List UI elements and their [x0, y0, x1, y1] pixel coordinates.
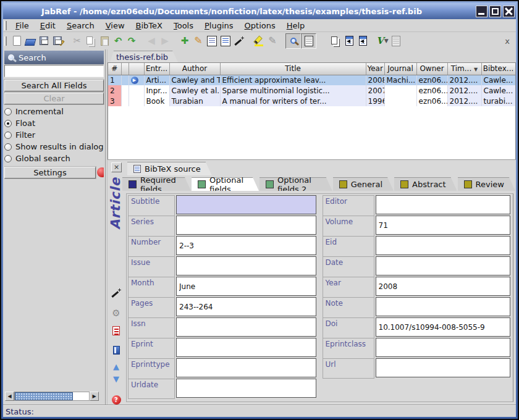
toggle-search-button[interactable] — [285, 33, 301, 49]
col-timestamp[interactable]: Tim... ▼ — [447, 63, 481, 75]
toggle-preview-button[interactable] — [301, 33, 316, 49]
search-panel-header[interactable]: Search — [4, 51, 104, 64]
menu-plugins[interactable]: Plugins — [199, 20, 239, 31]
copy-key-button[interactable] — [329, 33, 342, 48]
new-entry-button[interactable]: ✚ — [178, 33, 192, 48]
minimize-button[interactable] — [476, 6, 487, 17]
tab-optional-fields-2[interactable]: Optional fields 2 — [260, 177, 332, 191]
edit-preamble-button[interactable] — [205, 33, 219, 48]
radio-filter[interactable]: Filter — [4, 129, 104, 141]
open-database-button[interactable] — [23, 33, 37, 48]
scroll-track[interactable] — [14, 392, 90, 401]
close-button[interactable] — [503, 6, 515, 17]
col-author[interactable]: Author — [169, 63, 220, 75]
field-input-issue[interactable] — [176, 256, 316, 275]
col-journal[interactable]: Journal — [384, 63, 416, 75]
copy-button[interactable] — [84, 33, 98, 48]
undo-button[interactable]: ↶ — [111, 33, 125, 48]
scroll-left-button[interactable]: ◀ — [5, 392, 14, 401]
field-input-issn[interactable] — [176, 317, 316, 337]
search-input[interactable] — [4, 65, 104, 77]
menu-drag-grip[interactable] — [4, 21, 7, 30]
maximize-button[interactable] — [489, 6, 501, 17]
title-bar[interactable]: JabRef - /home/ezn06edu/Documents/nonfic… — [3, 3, 516, 19]
col-3[interactable] — [129, 63, 144, 75]
field-input-subtitle[interactable] — [176, 195, 316, 214]
tab-bibtex-source[interactable]: BibTeX source — [127, 162, 212, 175]
field-input-year[interactable] — [376, 277, 511, 296]
menu-help[interactable]: Help — [281, 20, 311, 31]
redo-button[interactable]: ↷ — [125, 33, 138, 48]
radio-float[interactable]: Float — [4, 117, 104, 129]
col-2[interactable] — [121, 63, 129, 75]
table-row[interactable]: 2 Inpr... Cawley et al. Sparse multinomi… — [108, 85, 515, 96]
menu-options[interactable]: Options — [239, 20, 281, 31]
tab-required-fields[interactable]: Required fields — [122, 177, 191, 191]
forward-button[interactable]: ▶ — [158, 33, 172, 48]
open-file-link-button[interactable] — [110, 344, 122, 356]
back-button[interactable]: ◀ — [145, 33, 158, 48]
menu-view[interactable]: View — [100, 20, 130, 31]
menu-bibtex[interactable]: BibTeX — [130, 20, 168, 31]
new-from-plaintext-button[interactable] — [342, 33, 356, 48]
menu-file[interactable]: File — [10, 20, 35, 31]
autoset-links-button[interactable]: ⚙ — [110, 307, 122, 319]
mark-entries-button[interactable] — [252, 33, 266, 48]
new-database-button[interactable] — [10, 33, 23, 48]
col-owner[interactable]: Owner — [416, 63, 447, 75]
tab-general[interactable]: General — [333, 177, 394, 191]
col-num[interactable]: # — [108, 63, 121, 75]
scroll-right-button[interactable]: ▶ — [90, 392, 99, 401]
edit-strings-button[interactable] — [219, 33, 232, 48]
dropdown-arrow-icon[interactable]: ▼ — [384, 38, 389, 44]
field-input-month[interactable] — [176, 277, 316, 296]
field-input-urldate[interactable] — [176, 379, 316, 398]
col-entrytype[interactable]: Entr... — [144, 63, 169, 75]
field-input-eprintclass[interactable] — [376, 338, 511, 357]
save-as-button[interactable] — [51, 33, 64, 48]
tab-optional-fields[interactable]: Optional fields — [192, 177, 259, 191]
write-pdf-button[interactable] — [110, 324, 122, 337]
radio-show-results-in-dialog[interactable]: Show results in dialog — [4, 141, 104, 153]
radio-incremental[interactable]: Incremental — [4, 106, 104, 117]
help-ball-icon[interactable] — [97, 167, 104, 177]
table-row[interactable]: 1 ▶ Arti... Cawley and Talbot Efficient … — [108, 75, 515, 85]
menu-edit[interactable]: Edit — [35, 20, 61, 31]
edit-entry-button[interactable]: ✎ — [192, 33, 205, 48]
editor-help-button[interactable]: ? — [110, 393, 122, 406]
push-to-vim-button[interactable]: V▼ — [376, 33, 389, 48]
settings-button[interactable]: Settings — [4, 167, 96, 178]
import-into-database-button[interactable] — [356, 33, 369, 48]
col-year[interactable]: Year — [366, 63, 384, 75]
paste-button[interactable] — [98, 33, 111, 48]
col-title[interactable]: Title — [220, 63, 366, 75]
field-input-number[interactable] — [176, 236, 316, 255]
field-input-doi[interactable] — [376, 317, 511, 337]
field-input-url[interactable] — [376, 358, 511, 377]
autogenerate-keys-button[interactable] — [232, 33, 246, 48]
save-database-button[interactable] — [37, 33, 51, 48]
tab-review[interactable]: Review — [458, 177, 515, 191]
toolbar-close-button[interactable]: x — [502, 36, 512, 46]
menu-tools[interactable]: Tools — [168, 20, 199, 31]
clear-button[interactable]: Clear — [4, 93, 104, 104]
sidepanel-hscrollbar[interactable]: ◀ ▶ — [5, 392, 99, 401]
search-all-fields-button[interactable]: Search All Fields — [4, 80, 104, 91]
field-input-series[interactable] — [176, 216, 316, 235]
previous-entry-button[interactable]: ▲ — [110, 360, 122, 372]
field-input-eprinttype[interactable] — [176, 358, 316, 377]
tab-thesis-ref[interactable]: thesis-ref.bib — [110, 51, 178, 62]
tab-abstract[interactable]: Abstract — [394, 177, 457, 191]
field-input-note[interactable] — [376, 297, 511, 316]
table-row[interactable]: 3 Book Turabian A manual for writers of … — [108, 96, 515, 106]
field-input-pages[interactable] — [176, 297, 316, 316]
generate-key-button[interactable] — [110, 287, 122, 299]
cut-button[interactable]: ✂ — [70, 33, 84, 48]
field-input-eid[interactable] — [376, 236, 511, 255]
field-input-eprint[interactable] — [176, 338, 316, 357]
col-bibtexkey[interactable]: Bibtex... — [481, 63, 515, 75]
scroll-thumb[interactable] — [15, 392, 73, 400]
field-input-volume[interactable] — [376, 216, 511, 235]
unmark-entries-button[interactable]: ✎ — [266, 33, 279, 48]
menu-search[interactable]: Search — [61, 20, 100, 31]
